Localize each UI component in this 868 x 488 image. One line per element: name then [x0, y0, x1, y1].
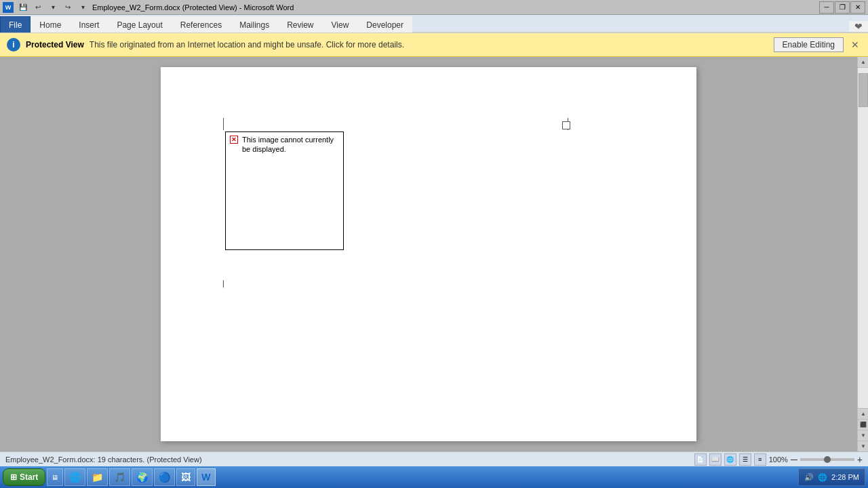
- app-window: W 💾 ↩ ▾ ↪ ▾ Employee_W2_Form.docx (Prote…: [0, 0, 868, 488]
- protected-view-bar: i Protected View This file originated fr…: [0, 33, 868, 57]
- zoom-percent: 100%: [769, 455, 788, 464]
- taskbar-media-button[interactable]: 🎵: [109, 468, 130, 486]
- document-scroll-area: ✕ This image cannot currently be display…: [0, 57, 857, 451]
- handle-1: [562, 121, 570, 129]
- status-text: Employee_W2_Form.docx: 19 characters. (P…: [5, 455, 202, 464]
- tray-network-icon[interactable]: 🌐: [818, 473, 827, 482]
- view-draft-icon[interactable]: ≡: [754, 453, 766, 466]
- start-button[interactable]: ⊞ Start: [3, 468, 45, 486]
- protected-view-message: This file originated from an Internet lo…: [90, 40, 768, 49]
- cursor-mark-3: ▏: [223, 281, 228, 287]
- system-tray: 🔊 🌐 2:28 PM: [798, 468, 865, 486]
- scroll-next-page-button[interactable]: ▼: [858, 430, 868, 441]
- scroll-select-button[interactable]: ⬛: [858, 419, 868, 430]
- system-clock: 2:28 PM: [831, 473, 859, 481]
- window-controls: ─ ❐ ✕: [819, 1, 865, 14]
- view-outline-icon[interactable]: ☰: [739, 453, 751, 466]
- tab-home[interactable]: Home: [31, 16, 70, 33]
- taskbar-chrome-button[interactable]: 🌍: [132, 468, 153, 486]
- zoom-minus-icon[interactable]: ─: [791, 454, 797, 465]
- tab-references[interactable]: References: [172, 16, 231, 33]
- window-title: Employee_W2_Form.docx (Protected View) -…: [92, 3, 294, 12]
- windows-icon: ⊞: [10, 472, 17, 482]
- word-icon: W: [3, 2, 14, 13]
- restore-button[interactable]: ❐: [835, 1, 850, 14]
- status-right: 📄 📖 🌐 ☰ ≡ 100% ─ +: [694, 453, 863, 466]
- broken-image-error-icon: ✕: [230, 136, 238, 144]
- redo-button[interactable]: ↪: [61, 1, 75, 14]
- title-bar-left: W 💾 ↩ ▾ ↪ ▾ Employee_W2_Form.docx (Prote…: [3, 1, 294, 14]
- taskbar-photos-button[interactable]: 🖼: [176, 468, 195, 486]
- taskbar-word-button[interactable]: W: [197, 468, 215, 486]
- vertical-scrollbar[interactable]: ▲ ▲ ⬛ ▼ ▼: [857, 57, 868, 451]
- zoom-plus-icon[interactable]: +: [857, 454, 863, 465]
- status-bar: Employee_W2_Form.docx: 19 characters. (P…: [0, 451, 868, 466]
- minimize-button[interactable]: ─: [819, 1, 834, 14]
- enable-editing-button[interactable]: Enable Editing: [774, 37, 844, 52]
- close-button[interactable]: ✕: [850, 1, 865, 14]
- zoom-thumb[interactable]: [824, 456, 831, 463]
- scroll-track[interactable]: [858, 68, 868, 408]
- view-normal-icon[interactable]: 📄: [694, 453, 707, 466]
- taskbar-edge-button[interactable]: 🔵: [154, 468, 175, 486]
- undo-button[interactable]: ↩: [31, 1, 45, 14]
- tray-volume-icon[interactable]: 🔊: [804, 473, 814, 482]
- tab-file[interactable]: File: [0, 16, 31, 33]
- start-label: Start: [20, 472, 38, 482]
- taskbar: ⊞ Start 🖥 🌐 📁 🎵 🌍 🔵 🖼 W 🔊 🌐 2:28 PM: [0, 466, 868, 488]
- scroll-down-button[interactable]: ▼: [858, 441, 868, 451]
- zoom-controls: 100% ─ +: [769, 454, 863, 465]
- ribbon-tabs: File Home Insert Page Layout References …: [0, 15, 868, 33]
- tab-insert[interactable]: Insert: [70, 16, 108, 33]
- anyrun-watermark: ANY ▶ RUN: [580, 394, 676, 414]
- scroll-up-button[interactable]: ▲: [858, 57, 868, 68]
- protected-view-label: Protected View: [26, 40, 84, 49]
- protected-info-icon: i: [7, 38, 20, 52]
- scroll-thumb[interactable]: [859, 73, 868, 107]
- tab-view[interactable]: View: [323, 16, 358, 33]
- taskbar-desktop-button[interactable]: 🖥: [47, 468, 63, 486]
- title-bar: W 💾 ↩ ▾ ↪ ▾ Employee_W2_Form.docx (Prote…: [0, 0, 868, 15]
- document-area: ✕ This image cannot currently be display…: [0, 57, 868, 451]
- view-fullscreen-icon[interactable]: 📖: [709, 453, 722, 466]
- tab-developer[interactable]: Developer: [357, 16, 412, 33]
- view-web-icon[interactable]: 🌐: [724, 453, 736, 466]
- broken-image-message: This image cannot currently be displayed…: [242, 135, 339, 155]
- undo-dropdown[interactable]: ▾: [46, 1, 60, 14]
- tab-review[interactable]: Review: [278, 16, 322, 33]
- ribbon: File Home Insert Page Layout References …: [0, 15, 868, 33]
- scroll-prev-page-button[interactable]: ▲: [858, 408, 868, 419]
- quick-access-toolbar: 💾 ↩ ▾ ↪ ▾: [16, 1, 90, 14]
- tab-mailings[interactable]: Mailings: [231, 16, 278, 33]
- broken-image-header: ✕ This image cannot currently be display…: [226, 132, 343, 157]
- word-page: ✕ This image cannot currently be display…: [161, 67, 696, 441]
- ribbon-help-icon[interactable]: ❤: [854, 21, 863, 32]
- taskbar-explorer-button[interactable]: 📁: [87, 468, 108, 486]
- scroll-page-buttons: ▲ ⬛ ▼: [858, 408, 868, 441]
- protected-close-button[interactable]: ✕: [849, 39, 861, 51]
- cursor-mark-1: [223, 118, 224, 130]
- save-button[interactable]: 💾: [16, 1, 30, 14]
- customize-button[interactable]: ▾: [76, 1, 90, 14]
- tab-page-layout[interactable]: Page Layout: [108, 16, 171, 33]
- taskbar-ie-button[interactable]: 🌐: [64, 468, 85, 486]
- zoom-slider[interactable]: [800, 458, 854, 461]
- broken-image-box: ✕ This image cannot currently be display…: [225, 131, 344, 250]
